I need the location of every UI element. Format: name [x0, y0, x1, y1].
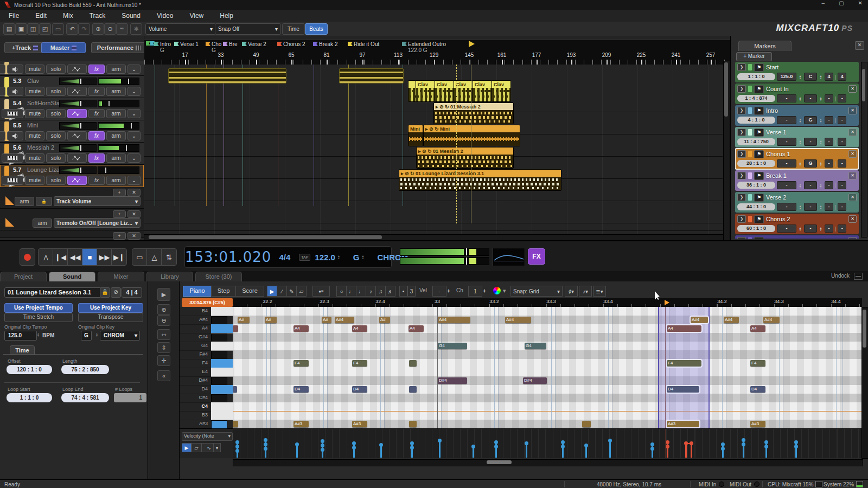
- timeline-marker-break-2[interactable]: Break 2: [313, 41, 337, 47]
- punch-button[interactable]: ⋀: [38, 248, 54, 266]
- marker-sig-denominator[interactable]: -: [838, 203, 846, 211]
- midi-note-as4[interactable]: A#4: [438, 317, 470, 323]
- automation-lane-2[interactable]: +✕armTremolo On/Off [Lounge Liz...▾: [0, 209, 144, 230]
- midi-note-ds4[interactable]: D#4: [523, 377, 547, 384]
- marker-sig-denominator[interactable]: 4: [838, 73, 846, 81]
- note-staff-icon[interactable]: ●≡: [312, 286, 330, 297]
- piano-icon[interactable]: [2, 176, 23, 185]
- save-icon[interactable]: ◰: [39, 23, 51, 35]
- piano-key-cs4[interactable]: [211, 394, 227, 403]
- zoom-out-icon[interactable]: ⊖: [104, 23, 116, 35]
- marker-tempo-field[interactable]: -: [777, 203, 796, 211]
- piano-key-as3[interactable]: [211, 420, 227, 429]
- velocity-stem[interactable]: [411, 442, 413, 458]
- tempo-field-spinner[interactable]: ▲▼: [37, 332, 40, 337]
- clip-header[interactable]: Mini: [409, 125, 423, 132]
- speaker-icon[interactable]: [7, 131, 23, 140]
- go-end-button[interactable]: ▶❙: [111, 248, 127, 266]
- redo-icon[interactable]: ↷: [78, 23, 90, 35]
- timeline-marker-verse-1[interactable]: Verse 1: [174, 41, 199, 47]
- lane-arm-button[interactable]: arm: [33, 219, 52, 228]
- velocity-handle[interactable]: [321, 444, 324, 447]
- chevron-down-icon[interactable]: ⌄: [127, 153, 141, 163]
- snap-dropdown[interactable]: Snap: Grid▾: [510, 286, 563, 297]
- velocity-handle[interactable]: [379, 443, 383, 447]
- marker-close-button[interactable]: ✕: [848, 129, 857, 136]
- menu-mix[interactable]: Mix: [63, 12, 73, 20]
- clip-01-lounge-lizard-session-3-1[interactable]: ▸ ⊘ ↻ 01 Lounge Lizard Session 3.1: [399, 169, 561, 191]
- draw-tool[interactable]: ✎: [286, 286, 297, 297]
- clip-header[interactable]: [409, 81, 416, 88]
- velocity-handle[interactable]: [608, 439, 612, 442]
- midi-note-a4[interactable]: A4: [667, 325, 701, 332]
- ch-spinner[interactable]: ▲▼: [482, 287, 487, 294]
- key-field-spinner[interactable]: ▲▼: [95, 332, 98, 337]
- velocity-stem[interactable]: [585, 445, 587, 458]
- master-eq-display[interactable]: [493, 248, 525, 266]
- note-duration-4[interactable]: ♫: [375, 286, 386, 297]
- midi-note-as[interactable]: A#: [265, 317, 277, 323]
- marker-list-scrollbar[interactable]: [861, 62, 867, 237]
- track-row-5.4[interactable]: 5.4SoftHornStabsmutesolofxarm⌄: [0, 98, 144, 120]
- menu-file[interactable]: File: [9, 12, 19, 20]
- scrollbar-handle[interactable]: [862, 69, 865, 101]
- tab-project[interactable]: Project: [0, 272, 47, 281]
- midi-note[interactable]: [233, 325, 238, 332]
- triplet-button[interactable]: 3: [407, 286, 416, 297]
- marker-item-verse-1[interactable]: ❯⚑Verse 1✕11 : 4 : 750-▲▼-▲▼-|-: [735, 127, 859, 147]
- tempo-spinner[interactable]: ▲▼: [798, 138, 802, 145]
- tempo-spinner[interactable]: ▲▼: [798, 225, 802, 232]
- solo-button[interactable]: solo: [46, 87, 66, 96]
- open-folder-icon[interactable]: ▣: [15, 23, 27, 35]
- expand-button[interactable]: ❯: [737, 85, 746, 93]
- chevron-down-icon[interactable]: ⌄: [127, 176, 141, 185]
- marker-position-field[interactable]: 1 : 4 : 874: [737, 95, 775, 102]
- piano-key-ds4[interactable]: [211, 377, 227, 386]
- velocity-stem[interactable]: [667, 441, 668, 458]
- marker-key-field[interactable]: G: [804, 116, 817, 124]
- velocity-stem[interactable]: [795, 441, 797, 458]
- timeline-marker-bre[interactable]: Bre: [223, 41, 238, 47]
- piano-key-c4[interactable]: [211, 402, 233, 412]
- tempo-spinner[interactable]: ▲▼: [798, 95, 802, 102]
- tempo-spinner[interactable]: ▲▼: [798, 182, 802, 189]
- expand-button[interactable]: ❯: [737, 172, 746, 179]
- fx-button[interactable]: fx: [88, 153, 105, 163]
- marker-sig-numerator[interactable]: -: [825, 159, 833, 168]
- piano-key-e4[interactable]: [211, 368, 233, 377]
- tempo-spinner[interactable]: ▲▼: [798, 203, 802, 210]
- track-row-5.3[interactable]: 5.3Clav✎mutesolofxarm⌄: [0, 76, 144, 98]
- velocity-stem[interactable]: [765, 441, 767, 458]
- velocity-handle[interactable]: [264, 447, 267, 451]
- menu-track[interactable]: Track: [90, 12, 106, 20]
- marker-key-field[interactable]: -: [804, 138, 817, 146]
- tempo-value[interactable]: 122.0: [315, 253, 335, 262]
- lane-arm-button[interactable]: arm: [15, 197, 34, 206]
- clip-header[interactable]: Clav: [416, 81, 435, 88]
- marker-key-field[interactable]: -: [804, 203, 817, 211]
- clip-01-messiah-2[interactable]: ▸ ⊘ ↻ 01 Messiah 2: [433, 102, 514, 124]
- velocity-handle[interactable]: [321, 439, 324, 443]
- zoom-in-icon[interactable]: ⊕: [92, 23, 104, 35]
- midi-note-as4[interactable]: A#4: [724, 317, 739, 323]
- midi-note-as4[interactable]: A#4: [335, 317, 354, 323]
- marker-name[interactable]: Chorus 2: [766, 216, 846, 222]
- midi-note[interactable]: [409, 386, 417, 393]
- velocity-handle[interactable]: [264, 442, 267, 446]
- piano-keys[interactable]: B4A#4A4G#4G4F#4F4E4D#4D4C#4C4B3A#3: [180, 307, 233, 428]
- beats-mode-button[interactable]: Beats: [305, 23, 328, 35]
- marker-name[interactable]: Break 1: [766, 172, 846, 179]
- clip-name-field[interactable]: 01 Lounge Lizard Session 3.1: [4, 287, 101, 298]
- midi-note-as[interactable]: A#: [238, 317, 250, 323]
- marker-position-field[interactable]: 4 : 1 : 0: [737, 117, 775, 124]
- arm-button[interactable]: arm: [106, 87, 126, 96]
- arm-button[interactable]: arm: [106, 65, 126, 74]
- pan-slider[interactable]: [59, 78, 97, 85]
- scrollbar-handle[interactable]: [149, 235, 382, 239]
- velocity-handle[interactable]: [794, 445, 798, 448]
- num-loops-field[interactable]: 1: [114, 393, 146, 402]
- marker-tempo-field[interactable]: -: [777, 159, 796, 168]
- velocity-handle[interactable]: [471, 445, 475, 448]
- velocity-handle[interactable]: [721, 442, 725, 446]
- midi-note-as4[interactable]: A#4: [505, 317, 531, 323]
